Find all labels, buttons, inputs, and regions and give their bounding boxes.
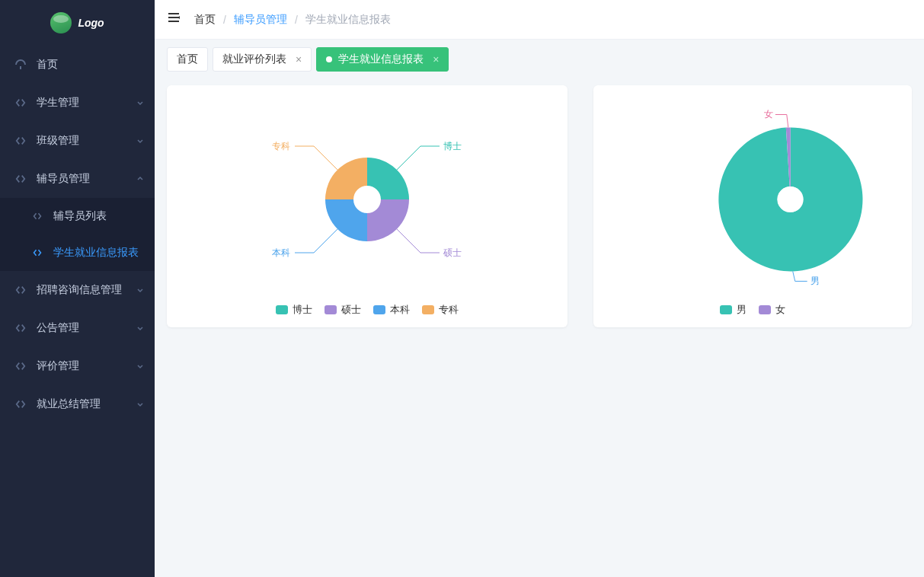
breadcrumb-section[interactable]: 辅导员管理 (234, 13, 287, 27)
legend-label: 博士 (293, 303, 312, 317)
legend-item-master[interactable]: 硕士 (325, 303, 361, 317)
menu-toggle-icon[interactable] (167, 11, 181, 28)
tabbar: 首页 就业评价列表 × 学生就业信息报表 × (155, 40, 924, 79)
logo-icon (50, 12, 72, 33)
main: 首页 / 辅导员管理 / 学生就业信息报表 首页 就业评价列表 × 学生就业信息… (155, 0, 924, 577)
code-icon (14, 323, 27, 333)
pie-label-junior: 专科 (272, 141, 290, 151)
breadcrumb-home[interactable]: 首页 (194, 13, 216, 27)
breadcrumb: 首页 / 辅导员管理 / 学生就业信息报表 (194, 13, 391, 27)
legend-label: 女 (775, 303, 785, 317)
tab-evaluation-list[interactable]: 就业评价列表 × (213, 47, 312, 72)
legend-label: 本科 (390, 303, 410, 317)
logo: Logo (0, 0, 155, 46)
legend-item-female[interactable]: 女 (759, 303, 785, 317)
nav-item-home[interactable]: 首页 (0, 46, 155, 84)
close-icon[interactable]: × (433, 53, 439, 65)
legend-item-doctor[interactable]: 博士 (276, 303, 312, 317)
chevron-down-icon (136, 398, 144, 410)
code-icon (14, 285, 27, 295)
nav-label: 公告管理 (37, 321, 79, 335)
chevron-down-icon (136, 360, 144, 372)
code-icon (14, 399, 27, 410)
code-icon (30, 212, 44, 221)
nav-item-recruitment[interactable]: 招聘咨询信息管理 (0, 271, 155, 309)
chevron-down-icon (136, 322, 144, 334)
topbar: 首页 / 辅导员管理 / 学生就业信息报表 (155, 0, 924, 40)
logo-text: Logo (78, 17, 104, 29)
breadcrumb-sep: / (223, 14, 226, 26)
nav-label: 招聘咨询信息管理 (37, 283, 122, 297)
legend-label: 硕士 (341, 303, 361, 317)
education-pie-svg: 博士 硕士 本科 专科 (167, 85, 568, 298)
education-pie-chart: 博士 硕士 本科 专科 博士 硕士 本科 专科 (167, 85, 568, 327)
nav-label: 班级管理 (37, 134, 79, 148)
close-icon[interactable]: × (296, 53, 302, 65)
nav-label: 评价管理 (37, 359, 79, 373)
nav-sub-label: 辅导员列表 (53, 209, 107, 223)
breadcrumb-page: 学生就业信息报表 (305, 13, 391, 27)
tab-label: 学生就业信息报表 (338, 53, 424, 66)
code-icon (14, 174, 27, 184)
pie-label-female: 女 (764, 109, 773, 120)
nav-sub-item-employment-report[interactable]: 学生就业信息报表 (0, 234, 155, 271)
pie-label-doctor: 博士 (443, 141, 462, 151)
nav-item-summary[interactable]: 就业总结管理 (0, 385, 155, 423)
gender-pie-svg: 女 男 (593, 85, 912, 298)
gender-pie-chart: 女 男 男 女 (593, 85, 912, 327)
content: 博士 硕士 本科 专科 博士 硕士 本科 专科 (155, 79, 924, 577)
legend-swatch (759, 305, 771, 314)
nav-item-student[interactable]: 学生管理 (0, 84, 155, 122)
nav-label: 学生管理 (37, 96, 79, 110)
tab-label: 首页 (177, 53, 198, 66)
tab-home[interactable]: 首页 (167, 47, 208, 72)
legend-swatch (276, 305, 288, 314)
code-icon (14, 135, 27, 146)
education-legend: 博士 硕士 本科 专科 (167, 303, 568, 317)
nav-sub-counselor: 辅导员列表 学生就业信息报表 (0, 198, 155, 271)
legend-label: 专科 (439, 303, 459, 317)
nav-sub-item-counselor-list[interactable]: 辅导员列表 (0, 198, 155, 234)
nav-item-counselor[interactable]: 辅导员管理 (0, 160, 155, 198)
legend-swatch (373, 305, 385, 314)
tab-label: 就业评价列表 (222, 53, 286, 66)
nav-item-class[interactable]: 班级管理 (0, 122, 155, 160)
nav-label: 就业总结管理 (37, 397, 101, 411)
legend-swatch (422, 305, 434, 314)
chevron-up-icon (136, 173, 144, 185)
gender-legend: 男 女 (593, 303, 912, 317)
code-icon (30, 248, 44, 257)
nav-label: 首页 (37, 58, 58, 72)
tab-employment-report[interactable]: 学生就业信息报表 × (316, 47, 449, 72)
legend-swatch (720, 305, 732, 314)
legend-item-male[interactable]: 男 (720, 303, 747, 317)
nav-item-evaluation[interactable]: 评价管理 (0, 347, 155, 385)
pie-label-bachelor: 本科 (272, 247, 290, 258)
legend-label: 男 (737, 303, 747, 317)
nav-item-announcement[interactable]: 公告管理 (0, 309, 155, 347)
dashboard-icon (14, 59, 27, 71)
nav-label: 辅导员管理 (37, 172, 90, 186)
chevron-down-icon (136, 97, 144, 109)
sidebar: Logo 首页 学生管理 班级 (0, 0, 155, 577)
nav: 首页 学生管理 班级管理 (0, 46, 155, 423)
breadcrumb-sep: / (295, 14, 298, 26)
legend-item-bachelor[interactable]: 本科 (373, 303, 410, 317)
chevron-down-icon (136, 284, 144, 296)
code-icon (14, 97, 27, 108)
legend-swatch (325, 305, 337, 314)
tab-active-dot (326, 56, 332, 62)
pie-label-master: 硕士 (443, 247, 462, 258)
svg-point-0 (778, 186, 804, 212)
nav-sub-label: 学生就业信息报表 (53, 246, 139, 260)
code-icon (14, 361, 27, 371)
legend-item-junior[interactable]: 专科 (422, 303, 459, 317)
pie-label-male: 男 (810, 276, 820, 286)
chevron-down-icon (136, 135, 144, 147)
